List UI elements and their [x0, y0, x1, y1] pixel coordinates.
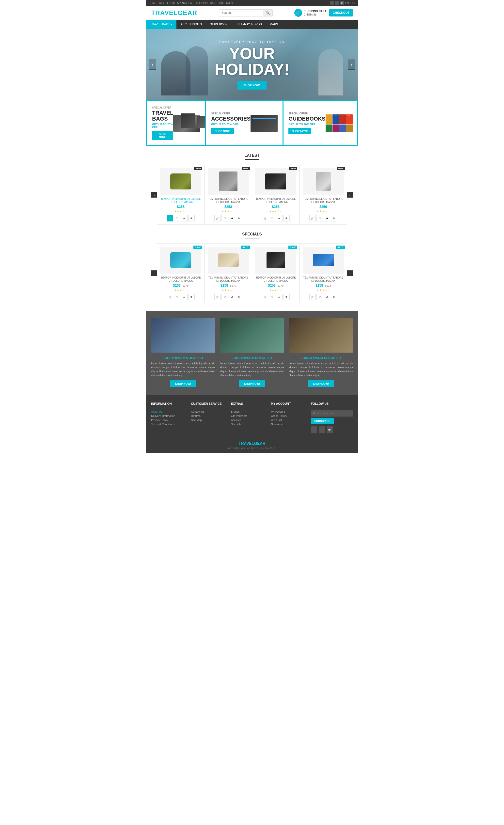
- topbar-checkout[interactable]: CHECKOUT: [219, 2, 233, 4]
- blog-shop-button-2[interactable]: SHOP NOW!: [239, 380, 265, 387]
- nav-travel-bags[interactable]: TRAVEL BAGS ▾: [146, 20, 176, 29]
- add-to-wishlist-button[interactable]: ♡: [221, 215, 228, 221]
- latest-next-button[interactable]: ›: [347, 192, 353, 198]
- footer-link-delivery[interactable]: Delivery Information: [151, 415, 186, 417]
- footer-copyright: Powered by OpenCart TravelGear Store © 2…: [151, 447, 353, 450]
- footer-link-newsletter[interactable]: Newsletter: [271, 423, 306, 426]
- add-to-wishlist-button[interactable]: ♡: [269, 294, 275, 300]
- hero-content: FIND EVERYTHING TO TAKE ON YOUR HOLIDAY!…: [215, 40, 289, 89]
- footer-link-contact[interactable]: Contact Us: [191, 410, 226, 413]
- compare-button[interactable]: ⇄: [229, 294, 235, 300]
- search-input[interactable]: [219, 10, 263, 16]
- hero-prev-arrow[interactable]: ‹: [149, 60, 156, 70]
- promo-guide-button[interactable]: SHOP NOW!: [288, 128, 311, 134]
- specials-next-button[interactable]: ›: [347, 271, 353, 276]
- footer-link-gift-vouchers[interactable]: Gift Vouchers: [231, 415, 266, 417]
- footer-gplus-icon[interactable]: g+: [327, 427, 333, 433]
- add-to-cart-button[interactable]: 🛒: [309, 215, 316, 221]
- twitter-icon[interactable]: t: [335, 1, 339, 5]
- search-button[interactable]: 🔍: [263, 10, 272, 16]
- product-badge: NEW: [337, 167, 345, 170]
- add-to-wishlist-button[interactable]: ♡: [316, 215, 323, 221]
- currency-selector[interactable]: $ ▾: [352, 2, 355, 4]
- promo-accessories: SPECIAL OFFER ACCESSORIES GET UP TO 20% …: [206, 101, 283, 145]
- promo-guide-text: SPECIAL OFFER GUIDEBOOKS GET UP TO 20% O…: [288, 112, 325, 134]
- subscribe-button[interactable]: SUBSCRIBE: [311, 418, 334, 424]
- add-to-cart-button[interactable]: 🛒: [167, 294, 173, 300]
- nav-accessories[interactable]: ACCESSORIES: [176, 20, 206, 29]
- facebook-icon[interactable]: f: [330, 1, 334, 5]
- add-to-cart-button[interactable]: 🛒: [214, 294, 221, 300]
- quick-view-button[interactable]: 👁: [283, 215, 290, 221]
- site-logo[interactable]: TRAVELGEAR: [151, 9, 197, 17]
- compare-button[interactable]: ⇄: [323, 294, 330, 300]
- nav-bluray[interactable]: BLU-RAY & DVDS: [233, 20, 266, 29]
- hero-shop-button[interactable]: SHOP NOW!: [237, 81, 267, 89]
- add-to-wishlist-button[interactable]: ♡: [269, 215, 275, 221]
- blog-shop-button-3[interactable]: SHOP NOW!: [308, 380, 334, 387]
- topbar-home[interactable]: HOME: [149, 2, 156, 4]
- footer-link-order-history[interactable]: Order History: [271, 415, 306, 417]
- footer-link-returns[interactable]: Returns: [191, 415, 226, 417]
- latest-product-grid: NEW TEMPOR INCIDIDUNT UT LABORE ET DOLOR…: [157, 165, 347, 225]
- social-icons: f t g+: [330, 1, 344, 5]
- product-badge: SALE: [194, 245, 202, 249]
- add-to-wishlist-button[interactable]: ♡: [221, 294, 228, 300]
- compare-button[interactable]: ⇄: [276, 215, 283, 221]
- compare-button[interactable]: ⇄: [276, 294, 283, 300]
- add-to-cart-button[interactable]: 🛒: [167, 215, 173, 221]
- footer-logo-second: GEAR: [254, 441, 265, 446]
- add-to-wishlist-button[interactable]: ♡: [316, 294, 323, 300]
- product-image: [303, 168, 344, 195]
- language-selector[interactable]: EN ▾: [345, 2, 351, 4]
- quick-view-button[interactable]: 👁: [331, 215, 337, 221]
- quick-view-button[interactable]: 👁: [188, 294, 195, 300]
- gplus-icon[interactable]: g+: [340, 1, 344, 5]
- blog-shop-button-1[interactable]: SHOP NOW!: [170, 380, 196, 387]
- quick-view-button[interactable]: 👁: [283, 294, 290, 300]
- product-old-price: $228: [325, 284, 331, 287]
- footer-link-sitemap[interactable]: Site Map: [191, 419, 226, 422]
- promo-bags-button[interactable]: SHOP NOW!: [152, 131, 173, 140]
- compare-button[interactable]: ⇄: [181, 294, 188, 300]
- add-to-cart-button[interactable]: 🛒: [309, 294, 316, 300]
- nav-maps[interactable]: MAPS: [266, 20, 282, 29]
- quick-view-button[interactable]: 👁: [331, 294, 337, 300]
- topbar-cart[interactable]: SHOPPING CART: [196, 2, 217, 4]
- add-to-cart-button[interactable]: 🛒: [214, 215, 221, 221]
- promo-acc-button[interactable]: SHOP NOW!: [211, 128, 234, 134]
- quick-view-button[interactable]: 👁: [236, 294, 242, 300]
- footer-twitter-icon[interactable]: t: [319, 427, 325, 433]
- topbar-account[interactable]: MY ACCOUNT: [177, 2, 194, 4]
- latest-prev-button[interactable]: ‹: [151, 192, 157, 198]
- footer-link-myaccount[interactable]: My Account: [271, 410, 306, 413]
- promo-guidebooks-image: FL FR IT LO: [326, 115, 353, 132]
- add-to-wishlist-button[interactable]: ♡: [174, 215, 181, 221]
- footer-link-specials[interactable]: Specials: [231, 423, 266, 426]
- hero-next-arrow[interactable]: ›: [348, 60, 355, 70]
- product-card: NEW TEMPOR INCIDIDUNT UT LABORE ET DOLOR…: [299, 165, 347, 225]
- add-to-cart-button[interactable]: 🛒: [262, 294, 268, 300]
- footer-link-terms[interactable]: Terms & Conditions: [151, 423, 186, 426]
- header-checkout-button[interactable]: CHECKOUT: [329, 9, 353, 16]
- topbar-wishlist[interactable]: WISH LIST (0): [159, 2, 175, 4]
- quick-view-button[interactable]: 👁: [236, 215, 242, 221]
- nav-guidebooks[interactable]: GUIDEBOOKS: [206, 20, 233, 29]
- footer-link-about[interactable]: About Us: [151, 410, 186, 413]
- add-to-wishlist-button[interactable]: ♡: [174, 294, 181, 300]
- product-image: [255, 168, 296, 195]
- compare-button[interactable]: ⇄: [181, 215, 188, 221]
- footer-facebook-icon[interactable]: f: [311, 427, 317, 433]
- compare-button[interactable]: ⇄: [229, 215, 235, 221]
- footer-link-wishlist[interactable]: Wish List: [271, 419, 306, 422]
- add-to-cart-button[interactable]: 🛒: [262, 215, 268, 221]
- specials-prev-button[interactable]: ‹: [151, 271, 157, 276]
- footer-link-affiliates[interactable]: Affiliates: [231, 419, 266, 422]
- compare-button[interactable]: ⇄: [323, 215, 330, 221]
- logo-second: GEAR: [178, 9, 197, 16]
- footer-link-privacy[interactable]: Privacy Policy: [151, 419, 186, 422]
- footer-link-brands[interactable]: Brands: [231, 410, 266, 413]
- cart-icon-wrap[interactable]: 🛒 SHOPPING CART: 0 ITEM(S): [294, 9, 327, 17]
- quick-view-button[interactable]: 👁: [188, 215, 195, 221]
- subscribe-email-input[interactable]: [311, 410, 353, 417]
